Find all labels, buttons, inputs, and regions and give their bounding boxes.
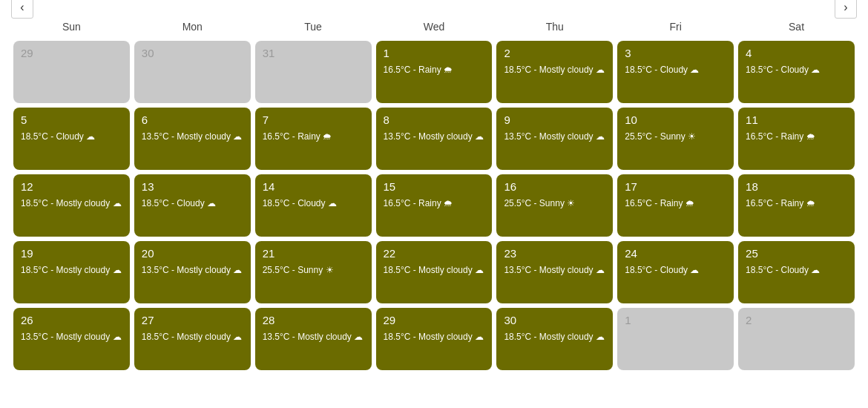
day-headers-row: SunMonTueWedThuFriSat <box>11 16 857 39</box>
cell-inner: 1418.5°C - Cloudy ☁ <box>255 174 372 237</box>
cell-inner: 29 <box>13 41 130 103</box>
day-cell[interactable]: 2013.5°C - Mostly cloudy ☁ <box>132 239 253 306</box>
cell-inner: 716.5°C - Rainy 🌧 <box>255 108 372 170</box>
weather-info: 18.5°C - Cloudy ☁ <box>263 197 364 210</box>
cell-inner: 1318.5°C - Cloudy ☁ <box>134 174 251 237</box>
day-cell[interactable]: 1218.5°C - Mostly cloudy ☁ <box>11 172 132 239</box>
weather-info: 16.5°C - Rainy 🌧 <box>625 197 726 210</box>
day-cell[interactable]: 913.5°C - Mostly cloudy ☁ <box>494 105 615 172</box>
day-cell[interactable]: 1418.5°C - Cloudy ☁ <box>253 172 374 239</box>
day-cell[interactable]: 31 <box>253 39 374 105</box>
day-cell[interactable]: 2813.5°C - Mostly cloudy ☁ <box>253 306 374 372</box>
day-cell[interactable]: 2613.5°C - Mostly cloudy ☁ <box>11 306 132 372</box>
day-cell[interactable]: 2218.5°C - Mostly cloudy ☁ <box>374 239 495 306</box>
day-number: 15 <box>384 180 485 193</box>
day-number: 27 <box>142 314 243 326</box>
day-cell[interactable]: 2125.5°C - Sunny ☀ <box>253 239 374 306</box>
day-cell[interactable]: 1918.5°C - Mostly cloudy ☁ <box>11 239 132 306</box>
cell-inner: 1816.5°C - Rainy 🌧 <box>738 174 855 237</box>
weather-info: 13.5°C - Mostly cloudy ☁ <box>142 264 243 277</box>
day-cell[interactable]: 1716.5°C - Rainy 🌧 <box>615 172 736 239</box>
day-cell[interactable]: 3018.5°C - Mostly cloudy ☁ <box>494 306 615 372</box>
day-number: 2 <box>746 314 847 326</box>
next-month-button[interactable]: › <box>835 0 857 19</box>
day-cell[interactable]: 2418.5°C - Cloudy ☁ <box>615 239 736 306</box>
day-cell[interactable]: 1025.5°C - Sunny ☀ <box>615 105 736 172</box>
weather-info: 18.5°C - Cloudy ☁ <box>21 131 122 143</box>
weather-info: 18.5°C - Cloudy ☁ <box>142 197 243 210</box>
day-header-mon: Mon <box>132 16 253 39</box>
day-cell[interactable]: 1318.5°C - Cloudy ☁ <box>132 172 253 239</box>
day-cell[interactable]: 116.5°C - Rainy 🌧 <box>374 39 495 105</box>
day-number: 7 <box>263 113 364 126</box>
weather-info: 18.5°C - Cloudy ☁ <box>746 264 847 277</box>
day-header-fri: Fri <box>615 16 736 39</box>
week-row-3: 1218.5°C - Mostly cloudy ☁1318.5°C - Clo… <box>11 172 857 239</box>
day-number: 28 <box>263 314 364 326</box>
day-header-tue: Tue <box>253 16 374 39</box>
cell-inner: 1918.5°C - Mostly cloudy ☁ <box>13 241 130 303</box>
day-cell[interactable]: 29 <box>11 39 132 105</box>
day-cell[interactable]: 318.5°C - Cloudy ☁ <box>615 39 736 105</box>
day-number: 13 <box>142 180 243 193</box>
day-cell[interactable]: 2518.5°C - Cloudy ☁ <box>736 239 857 306</box>
weather-info: 16.5°C - Rainy 🌧 <box>384 197 485 210</box>
cell-inner: 1116.5°C - Rainy 🌧 <box>738 108 855 170</box>
week-row-4: 1918.5°C - Mostly cloudy ☁2013.5°C - Mos… <box>11 239 857 306</box>
day-cell[interactable]: 1 <box>615 306 736 372</box>
day-cell[interactable]: 2718.5°C - Mostly cloudy ☁ <box>132 306 253 372</box>
cell-inner: 2313.5°C - Mostly cloudy ☁ <box>496 241 613 303</box>
cell-inner: 1625.5°C - Sunny ☀ <box>496 174 613 237</box>
weather-info: 18.5°C - Mostly cloudy ☁ <box>142 331 243 343</box>
day-cell[interactable]: 218.5°C - Mostly cloudy ☁ <box>494 39 615 105</box>
day-number: 25 <box>746 247 847 260</box>
cell-inner: 2418.5°C - Cloudy ☁ <box>617 241 734 303</box>
cell-inner: 518.5°C - Cloudy ☁ <box>13 108 130 170</box>
cell-inner: 318.5°C - Cloudy ☁ <box>617 41 734 103</box>
day-number: 21 <box>263 247 364 260</box>
weather-info: 18.5°C - Cloudy ☁ <box>625 64 726 76</box>
day-cell[interactable]: 1625.5°C - Sunny ☀ <box>494 172 615 239</box>
cell-inner: 613.5°C - Mostly cloudy ☁ <box>134 108 251 170</box>
day-cell[interactable]: 2918.5°C - Mostly cloudy ☁ <box>374 306 495 372</box>
weather-info: 13.5°C - Mostly cloudy ☁ <box>504 264 605 277</box>
cell-inner: 30 <box>134 41 251 103</box>
weather-info: 25.5°C - Sunny ☀ <box>263 264 364 277</box>
weather-info: 16.5°C - Rainy 🌧 <box>746 197 847 210</box>
day-header-thu: Thu <box>494 16 615 39</box>
weather-info: 18.5°C - Mostly cloudy ☁ <box>384 331 485 343</box>
day-cell[interactable]: 2313.5°C - Mostly cloudy ☁ <box>494 239 615 306</box>
day-number: 11 <box>746 113 847 126</box>
day-cell[interactable]: 418.5°C - Cloudy ☁ <box>736 39 857 105</box>
cell-inner: 2013.5°C - Mostly cloudy ☁ <box>134 241 251 303</box>
day-number: 3 <box>625 47 726 59</box>
day-number: 8 <box>384 113 485 126</box>
day-cell[interactable]: 813.5°C - Mostly cloudy ☁ <box>374 105 495 172</box>
day-cell[interactable]: 2 <box>736 306 857 372</box>
day-number: 4 <box>746 47 847 59</box>
day-number: 1 <box>625 314 726 326</box>
day-number: 10 <box>625 113 726 126</box>
day-number: 22 <box>384 247 485 260</box>
weather-info: 16.5°C - Rainy 🌧 <box>263 131 364 143</box>
cell-inner: 2813.5°C - Mostly cloudy ☁ <box>255 308 372 370</box>
day-cell[interactable]: 1116.5°C - Rainy 🌧 <box>736 105 857 172</box>
cell-inner: 2613.5°C - Mostly cloudy ☁ <box>13 308 130 370</box>
cell-inner: 2718.5°C - Mostly cloudy ☁ <box>134 308 251 370</box>
weather-info: 25.5°C - Sunny ☀ <box>504 197 605 210</box>
day-cell[interactable]: 1816.5°C - Rainy 🌧 <box>736 172 857 239</box>
prev-month-button[interactable]: ‹ <box>11 0 33 19</box>
day-cell[interactable]: 1516.5°C - Rainy 🌧 <box>374 172 495 239</box>
day-number: 16 <box>504 180 605 193</box>
cell-inner: 2 <box>738 308 855 370</box>
cell-inner: 116.5°C - Rainy 🌧 <box>376 41 493 103</box>
day-cell[interactable]: 518.5°C - Cloudy ☁ <box>11 105 132 172</box>
day-cell[interactable]: 716.5°C - Rainy 🌧 <box>253 105 374 172</box>
cell-inner: 1 <box>617 308 734 370</box>
cell-inner: 418.5°C - Cloudy ☁ <box>738 41 855 103</box>
cell-inner: 2125.5°C - Sunny ☀ <box>255 241 372 303</box>
cell-inner: 3018.5°C - Mostly cloudy ☁ <box>496 308 613 370</box>
day-cell[interactable]: 30 <box>132 39 253 105</box>
weather-info: 18.5°C - Mostly cloudy ☁ <box>384 264 485 277</box>
day-cell[interactable]: 613.5°C - Mostly cloudy ☁ <box>132 105 253 172</box>
